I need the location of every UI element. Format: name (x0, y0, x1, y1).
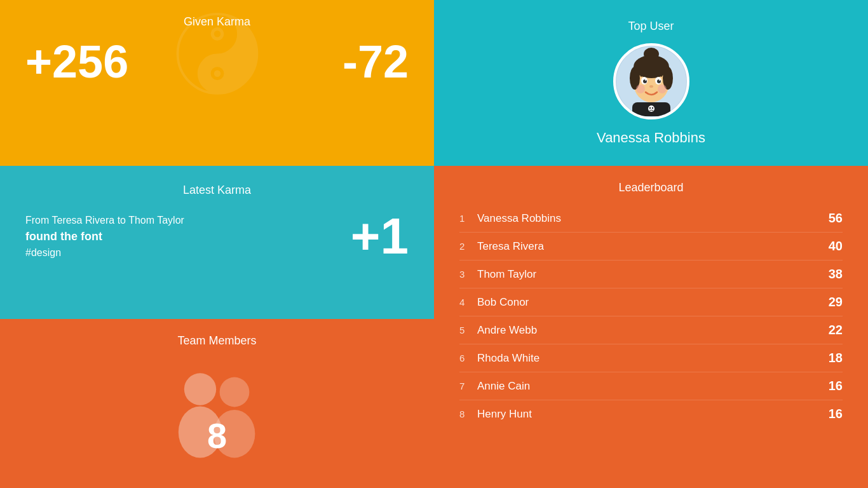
team-members-title: Team Members (25, 334, 409, 348)
latest-karma-panel: Latest Karma From Teresa Rivera to Thom … (0, 166, 434, 319)
lb-rank: 2 (459, 241, 477, 252)
lb-rank: 6 (459, 353, 477, 363)
latest-karma-value: +1 (351, 207, 409, 266)
lb-rank: 8 (459, 409, 477, 419)
svg-point-4 (214, 30, 220, 37)
given-karma-panel: Given Karma +256 -72 (0, 0, 434, 166)
team-members-panel: Team Members 8 (0, 319, 434, 488)
team-count: 8 (207, 415, 227, 456)
lb-name: Henry Hunt (477, 408, 829, 421)
leaderboard-row: 1 Vanessa Robbins 56 (459, 205, 843, 233)
top-user-panel: Top User (434, 0, 868, 166)
lb-name: Andre Webb (477, 324, 829, 337)
karma-negative-value: -72 (342, 39, 409, 85)
svg-point-25 (651, 107, 653, 109)
yin-yang-icon (176, 13, 259, 111)
leaderboard-title: Leaderboard (459, 181, 843, 194)
lb-score: 40 (829, 239, 843, 254)
lb-rank: 3 (459, 269, 477, 280)
top-user-name: Vanessa Robbins (597, 130, 705, 146)
lb-rank: 1 (459, 213, 477, 224)
leaderboard-row: 7 Annie Cain 16 (459, 372, 843, 400)
svg-point-19 (649, 85, 653, 88)
svg-point-23 (648, 105, 654, 112)
leaderboard-row: 6 Rhoda White 18 (459, 344, 843, 372)
svg-point-15 (643, 79, 647, 83)
lb-score: 16 (829, 379, 843, 393)
karma-positive-value: +256 (25, 39, 128, 85)
svg-point-5 (214, 71, 220, 77)
karma-values-row: +256 -72 (25, 39, 409, 85)
karma-tag: #design (25, 247, 325, 259)
svg-point-28 (219, 377, 249, 407)
svg-point-16 (657, 79, 661, 83)
top-user-title: Top User (459, 20, 843, 33)
lb-rank: 7 (459, 381, 477, 391)
svg-point-21 (658, 85, 667, 93)
lb-rank: 4 (459, 297, 477, 308)
latest-karma-title: Latest Karma (25, 184, 409, 197)
svg-point-24 (649, 107, 650, 109)
leaderboard-row: 5 Andre Webb 22 (459, 316, 843, 344)
lb-name: Annie Cain (477, 380, 829, 393)
leaderboard-list: 1 Vanessa Robbins 56 2 Teresa Rivera 40 … (459, 205, 843, 428)
top-user-avatar (613, 43, 689, 119)
team-members-content: 8 (160, 364, 275, 466)
lb-name: Vanessa Robbins (477, 212, 829, 225)
lb-rank: 5 (459, 325, 477, 336)
lb-name: Teresa Rivera (477, 240, 829, 253)
leaderboard-panel: Leaderboard 1 Vanessa Robbins 56 2 Teres… (434, 166, 868, 488)
leaderboard-row: 8 Henry Hunt 16 (459, 400, 843, 428)
lb-score: 22 (829, 323, 843, 337)
team-icon: 8 (160, 367, 275, 463)
leaderboard-row: 3 Thom Taylor 38 (459, 261, 843, 288)
lb-score: 18 (829, 351, 843, 365)
karma-action: found the font (25, 230, 325, 243)
karma-from: From Teresa Rivera to Thom Taylor (25, 215, 325, 226)
latest-karma-row: From Teresa Rivera to Thom Taylor found … (25, 207, 409, 266)
svg-point-17 (645, 79, 646, 81)
lb-score: 16 (829, 407, 843, 421)
svg-point-26 (184, 373, 215, 405)
svg-point-20 (636, 85, 645, 93)
svg-point-18 (659, 79, 660, 81)
lb-name: Bob Conor (477, 296, 829, 309)
lb-score: 56 (829, 211, 843, 226)
lb-score: 29 (829, 295, 843, 309)
leaderboard-row: 4 Bob Conor 29 (459, 288, 843, 316)
lb-name: Rhoda White (477, 352, 829, 365)
latest-karma-text: From Teresa Rivera to Thom Taylor found … (25, 215, 325, 259)
svg-point-12 (634, 55, 669, 78)
lb-score: 38 (829, 267, 843, 281)
lb-name: Thom Taylor (477, 268, 829, 281)
leaderboard-row: 2 Teresa Rivera 40 (459, 233, 843, 261)
